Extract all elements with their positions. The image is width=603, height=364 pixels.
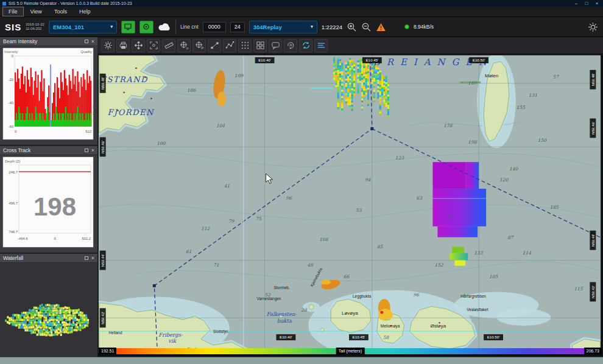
chart-map[interactable]: 1091861001041231981201401127975487161531… [98,55,601,353]
zoom-out-icon [361,22,372,32]
timestamp-time: 11:06:202 [26,27,44,31]
close-panel-icon[interactable]: × [91,256,94,261]
beam-intensity-chart: IntensityQuality0-20-40-603210512 [2,47,94,141]
chevron-down-icon: ▾ [110,24,113,29]
annotation-balloon-button[interactable] [269,39,282,52]
svg-text:94: 94 [365,177,371,183]
pan-arrows-button[interactable] [132,39,145,52]
svg-text:63: 63 [417,195,423,201]
expand-panel-icon[interactable] [85,149,88,152]
waterfall-header[interactable]: Waterfall × [0,254,97,263]
svg-text:186: 186 [187,88,196,93]
printer-button[interactable] [116,39,130,52]
center-origin-button[interactable]: o [177,39,191,52]
warning-icon[interactable] [376,23,386,32]
window-title: SIS 5.0 Remote Operator - Version 1.0.0.… [9,1,571,5]
svg-text:E10.40': E10.40' [258,58,271,62]
svg-text:96: 96 [286,195,292,201]
svg-text:96: 96 [414,292,420,298]
tile-grid-button[interactable] [253,39,267,52]
svg-text:-20: -20 [9,78,13,82]
zoom-out-button[interactable] [361,22,372,32]
survey-line-icon [210,41,219,50]
svg-text:0: 0 [54,237,55,240]
mode-select[interactable]: 304Replay ▾ [249,21,317,33]
monitor-icon [124,23,132,30]
svg-text:61: 61 [186,249,192,254]
center-position-button[interactable]: P [192,39,206,52]
titlebar: SIS 5.0 Remote Operator - Version 1.0.0.… [0,0,603,7]
svg-text:114: 114 [523,250,531,256]
app-window: SIS 5.0 Remote Operator - Version 1.0.0.… [0,0,603,364]
menu-file[interactable]: File [2,7,24,16]
map-container[interactable]: 1091861001041231981201401127975487161531… [98,55,602,357]
polyline-button[interactable] [223,39,236,52]
menu-view[interactable]: View [25,7,48,16]
survey-data-overlays [212,57,486,321]
close-button[interactable]: × [592,1,602,7]
maximize-button[interactable]: □ [582,1,591,7]
expand-panel-icon[interactable] [85,40,88,43]
settings-gear-button[interactable] [101,39,115,52]
zoom-in-icon [347,22,357,32]
network-status-icon [404,24,409,29]
svg-text:Varnestangen: Varnestangen [257,296,281,301]
svg-text:58: 58 [383,335,390,340]
ruler-button[interactable] [162,39,175,52]
svg-text:41: 41 [224,183,230,189]
contour-layers-button[interactable] [314,39,328,52]
zoom-in-button[interactable] [347,22,357,32]
svg-text:104: 104 [216,123,225,128]
waterfall-panel: Waterfall × [0,254,97,364]
svg-text:N59.48': N59.48' [100,77,105,89]
svg-text:Falkensten-: Falkensten- [267,311,298,317]
svg-text:Mølen: Mølen [485,73,498,79]
sounder-select[interactable]: EM304_101 ▾ [49,21,117,33]
waterfall-view [2,264,94,362]
beam-intensity-header[interactable]: Beam Intensity × [0,37,97,46]
map-toolbar: oP30 [97,37,603,54]
svg-text:Fribergs-: Fribergs- [158,332,183,338]
center-origin-icon: o [180,41,189,50]
svg-text:496.7: 496.7 [9,201,18,205]
svg-text:109: 109 [234,73,244,79]
svg-text:0: 0 [12,54,13,58]
settings-gear-icon [104,41,113,50]
logging-toggle-button[interactable] [139,21,153,33]
svg-text:Leggbukta: Leggbukta [353,294,372,299]
svg-text:naturreservat: naturreservat [459,80,481,84]
close-panel-icon[interactable]: × [91,39,94,44]
svg-text:178: 178 [443,123,453,128]
svg-text:E10.40': E10.40' [280,335,292,339]
survey-line-button[interactable] [208,39,221,52]
map-scale-value: 1:22224 [322,24,342,30]
svg-text:2: 2 [93,111,94,115]
close-panel-icon[interactable]: × [91,148,94,153]
minimize-button[interactable]: – [571,1,581,7]
dot-grid-button[interactable] [238,39,252,52]
colorbar-max: 206.73 [584,348,602,354]
rotate-30-button[interactable]: 30 [284,39,297,52]
menu-tools[interactable]: Tools [49,7,72,16]
svg-text:N59.42': N59.42' [591,285,595,298]
sync-refresh-button[interactable] [299,39,312,52]
screenshot-frame-button[interactable] [147,39,160,52]
svg-text:Mellomøya: Mellomøya [381,324,400,329]
menu-help[interactable]: Help [74,7,96,16]
settings-button[interactable] [588,22,598,32]
svg-text:28: 28 [301,307,308,313]
svg-text:746.7: 746.7 [9,230,18,234]
expand-panel-icon[interactable] [85,256,88,260]
cross-track-header[interactable]: Cross Track × [0,146,97,155]
line-count-input[interactable] [203,22,226,32]
svg-text:E10.50': E10.50' [487,335,500,339]
ping-rate-input[interactable] [230,22,245,32]
chevron-down-icon: ▾ [311,24,313,29]
map-column: oP30 [97,37,603,357]
panel-title: Beam Intensity [3,38,85,44]
svg-text:123: 123 [395,155,404,161]
pinging-toggle-button[interactable] [121,21,135,33]
svg-text:120: 120 [499,177,509,183]
panel-title: Cross Track [3,147,85,153]
contour-layers-icon [317,41,326,50]
